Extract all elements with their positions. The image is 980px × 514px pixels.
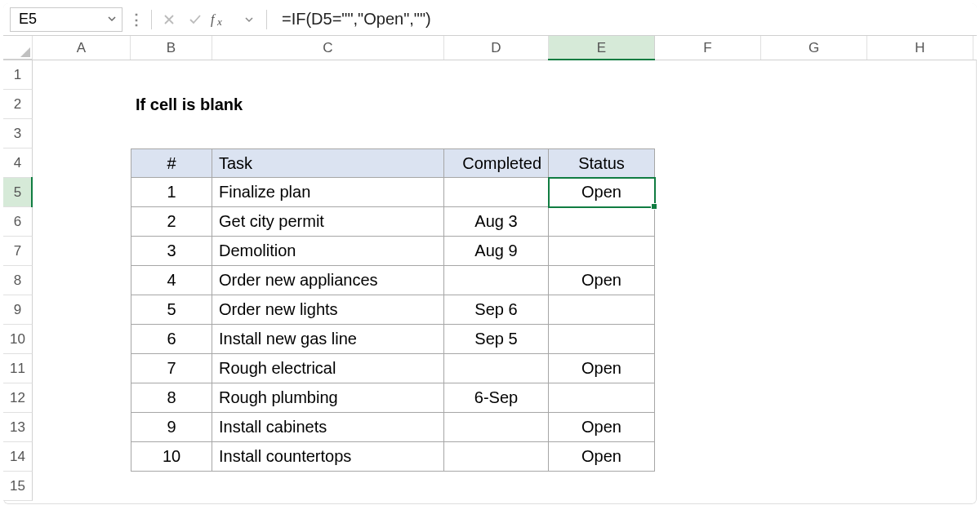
row-header[interactable]: 5	[3, 178, 33, 207]
table-cell[interactable]: Install new gas line	[212, 325, 444, 354]
table-cell[interactable]: Open	[549, 354, 655, 383]
row-header[interactable]: 12	[3, 383, 33, 413]
cell[interactable]	[973, 472, 980, 501]
row-header[interactable]: 4	[3, 148, 33, 178]
col-header[interactable]: D	[444, 36, 549, 60]
cell[interactable]	[867, 207, 973, 237]
cell[interactable]	[973, 354, 980, 383]
menu-dots-icon[interactable]: ⋮	[127, 11, 145, 29]
cell[interactable]	[867, 472, 973, 501]
table-cell[interactable]: Aug 9	[444, 237, 549, 266]
table-cell[interactable]: 6	[131, 325, 212, 354]
cell[interactable]	[867, 295, 973, 325]
cancel-icon[interactable]	[158, 9, 180, 30]
cell[interactable]	[655, 442, 761, 472]
table-cell[interactable]: Sep 5	[444, 325, 549, 354]
cell[interactable]	[655, 383, 761, 413]
cell[interactable]	[761, 442, 867, 472]
cell[interactable]	[212, 60, 444, 90]
cell[interactable]	[33, 60, 131, 90]
cell[interactable]	[761, 472, 867, 501]
name-box[interactable]: E5	[10, 7, 122, 32]
cell[interactable]	[761, 148, 867, 178]
cell[interactable]	[761, 354, 867, 383]
row-header[interactable]: 1	[3, 60, 33, 90]
row-header[interactable]: 6	[3, 207, 33, 237]
cell[interactable]	[867, 148, 973, 178]
cell[interactable]	[761, 90, 867, 119]
cell[interactable]	[131, 60, 212, 90]
cell[interactable]	[761, 60, 867, 90]
table-cell[interactable]: Install cabinets	[212, 413, 444, 442]
cell[interactable]	[761, 325, 867, 354]
cell[interactable]	[212, 472, 444, 501]
cell[interactable]	[867, 325, 973, 354]
table-cell[interactable]	[444, 354, 549, 383]
cell[interactable]	[549, 472, 655, 501]
cell[interactable]	[33, 295, 131, 325]
col-header[interactable]: H	[867, 36, 973, 60]
cell[interactable]	[33, 178, 131, 207]
table-cell[interactable]: Install countertops	[212, 442, 444, 472]
cell[interactable]	[33, 325, 131, 354]
table-cell[interactable]	[549, 295, 655, 325]
cell[interactable]	[549, 119, 655, 148]
cell[interactable]	[33, 413, 131, 442]
cell[interactable]	[655, 90, 761, 119]
table-cell[interactable]	[444, 413, 549, 442]
cell[interactable]	[973, 119, 980, 148]
cell[interactable]	[867, 413, 973, 442]
table-cell[interactable]: 9	[131, 413, 212, 442]
cell[interactable]	[444, 472, 549, 501]
cell[interactable]	[867, 383, 973, 413]
row-header[interactable]: 15	[3, 472, 33, 501]
cell[interactable]	[761, 178, 867, 207]
cell[interactable]	[131, 472, 212, 501]
table-cell[interactable]: Rough plumbing	[212, 383, 444, 413]
cell[interactable]	[761, 207, 867, 237]
row-header[interactable]: 13	[3, 413, 33, 442]
table-header[interactable]: Task	[212, 148, 444, 178]
col-header[interactable]: G	[761, 36, 867, 60]
selected-cell[interactable]: Open	[549, 178, 655, 207]
cell[interactable]	[33, 207, 131, 237]
row-header[interactable]: 8	[3, 266, 33, 295]
row-header[interactable]: 14	[3, 442, 33, 472]
cell[interactable]	[761, 237, 867, 266]
table-cell[interactable]: Order new lights	[212, 295, 444, 325]
cell[interactable]	[867, 442, 973, 472]
table-cell[interactable]	[549, 325, 655, 354]
select-all-button[interactable]	[3, 36, 33, 60]
table-cell[interactable]: Aug 3	[444, 207, 549, 237]
row-header[interactable]: 2	[3, 90, 33, 119]
cell[interactable]	[33, 148, 131, 178]
col-header[interactable]: I	[973, 36, 980, 60]
cell[interactable]	[444, 119, 549, 148]
chevron-down-icon[interactable]	[238, 9, 260, 30]
cell[interactable]	[131, 119, 212, 148]
table-cell[interactable]: Order new appliances	[212, 266, 444, 295]
table-header[interactable]: Status	[549, 148, 655, 178]
fx-icon[interactable]: f x	[211, 9, 232, 30]
table-cell[interactable]: Demolition	[212, 237, 444, 266]
cell[interactable]	[655, 148, 761, 178]
cell[interactable]	[867, 354, 973, 383]
cell[interactable]	[33, 119, 131, 148]
cell[interactable]	[867, 119, 973, 148]
cell[interactable]	[973, 90, 980, 119]
cell[interactable]	[444, 60, 549, 90]
cell[interactable]	[549, 60, 655, 90]
cell[interactable]	[761, 413, 867, 442]
table-cell[interactable]: Finalize plan	[212, 178, 444, 207]
cell[interactable]	[973, 383, 980, 413]
cell[interactable]	[973, 266, 980, 295]
table-cell[interactable]	[444, 442, 549, 472]
cell[interactable]	[973, 325, 980, 354]
table-cell[interactable]: 1	[131, 178, 212, 207]
table-cell[interactable]	[549, 383, 655, 413]
cell[interactable]	[655, 472, 761, 501]
cell[interactable]	[655, 178, 761, 207]
row-header[interactable]: 9	[3, 295, 33, 325]
table-cell[interactable]: 4	[131, 266, 212, 295]
row-header[interactable]: 11	[3, 354, 33, 383]
